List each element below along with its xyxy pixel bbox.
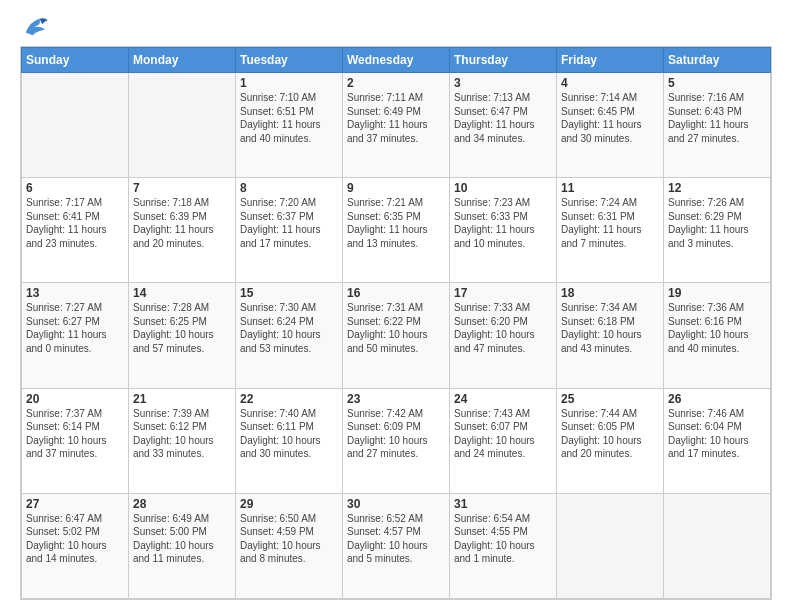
day-number: 26 — [668, 392, 766, 406]
day-info: Sunrise: 7:43 AMSunset: 6:07 PMDaylight:… — [454, 407, 552, 461]
day-info: Sunrise: 7:33 AMSunset: 6:20 PMDaylight:… — [454, 301, 552, 355]
day-number: 13 — [26, 286, 124, 300]
day-info: Sunrise: 7:21 AMSunset: 6:35 PMDaylight:… — [347, 196, 445, 250]
day-of-week-header: Friday — [557, 48, 664, 73]
calendar-week-row: 13Sunrise: 7:27 AMSunset: 6:27 PMDayligh… — [22, 283, 771, 388]
day-info: Sunrise: 7:24 AMSunset: 6:31 PMDaylight:… — [561, 196, 659, 250]
day-info: Sunrise: 7:37 AMSunset: 6:14 PMDaylight:… — [26, 407, 124, 461]
calendar-day-cell: 31Sunrise: 6:54 AMSunset: 4:55 PMDayligh… — [450, 493, 557, 598]
day-info: Sunrise: 7:10 AMSunset: 6:51 PMDaylight:… — [240, 91, 338, 145]
day-of-week-header: Sunday — [22, 48, 129, 73]
day-number: 22 — [240, 392, 338, 406]
day-number: 6 — [26, 181, 124, 195]
day-number: 31 — [454, 497, 552, 511]
day-number: 19 — [668, 286, 766, 300]
day-info: Sunrise: 7:11 AMSunset: 6:49 PMDaylight:… — [347, 91, 445, 145]
calendar-day-cell: 26Sunrise: 7:46 AMSunset: 6:04 PMDayligh… — [664, 388, 771, 493]
day-number: 30 — [347, 497, 445, 511]
day-number: 15 — [240, 286, 338, 300]
day-of-week-header: Wednesday — [343, 48, 450, 73]
day-info: Sunrise: 7:17 AMSunset: 6:41 PMDaylight:… — [26, 196, 124, 250]
day-of-week-header: Tuesday — [236, 48, 343, 73]
day-info: Sunrise: 7:34 AMSunset: 6:18 PMDaylight:… — [561, 301, 659, 355]
calendar-day-cell: 7Sunrise: 7:18 AMSunset: 6:39 PMDaylight… — [129, 178, 236, 283]
calendar-day-cell: 17Sunrise: 7:33 AMSunset: 6:20 PMDayligh… — [450, 283, 557, 388]
calendar-day-cell — [22, 73, 129, 178]
day-number: 4 — [561, 76, 659, 90]
day-number: 27 — [26, 497, 124, 511]
calendar-day-cell: 25Sunrise: 7:44 AMSunset: 6:05 PMDayligh… — [557, 388, 664, 493]
day-number: 21 — [133, 392, 231, 406]
day-info: Sunrise: 7:18 AMSunset: 6:39 PMDaylight:… — [133, 196, 231, 250]
logo — [20, 16, 52, 38]
calendar-week-row: 6Sunrise: 7:17 AMSunset: 6:41 PMDaylight… — [22, 178, 771, 283]
day-info: Sunrise: 7:28 AMSunset: 6:25 PMDaylight:… — [133, 301, 231, 355]
day-number: 8 — [240, 181, 338, 195]
calendar-day-cell: 21Sunrise: 7:39 AMSunset: 6:12 PMDayligh… — [129, 388, 236, 493]
calendar-day-cell: 27Sunrise: 6:47 AMSunset: 5:02 PMDayligh… — [22, 493, 129, 598]
day-info: Sunrise: 7:14 AMSunset: 6:45 PMDaylight:… — [561, 91, 659, 145]
day-info: Sunrise: 6:49 AMSunset: 5:00 PMDaylight:… — [133, 512, 231, 566]
calendar-day-cell — [664, 493, 771, 598]
calendar-day-cell — [557, 493, 664, 598]
day-number: 18 — [561, 286, 659, 300]
day-number: 14 — [133, 286, 231, 300]
calendar-day-cell: 4Sunrise: 7:14 AMSunset: 6:45 PMDaylight… — [557, 73, 664, 178]
calendar-day-cell — [129, 73, 236, 178]
calendar-day-cell: 20Sunrise: 7:37 AMSunset: 6:14 PMDayligh… — [22, 388, 129, 493]
calendar-day-cell: 5Sunrise: 7:16 AMSunset: 6:43 PMDaylight… — [664, 73, 771, 178]
calendar-day-cell: 16Sunrise: 7:31 AMSunset: 6:22 PMDayligh… — [343, 283, 450, 388]
day-number: 9 — [347, 181, 445, 195]
day-info: Sunrise: 7:31 AMSunset: 6:22 PMDaylight:… — [347, 301, 445, 355]
day-number: 20 — [26, 392, 124, 406]
day-number: 12 — [668, 181, 766, 195]
day-info: Sunrise: 7:16 AMSunset: 6:43 PMDaylight:… — [668, 91, 766, 145]
day-number: 24 — [454, 392, 552, 406]
logo-bird-icon — [20, 16, 48, 38]
calendar-day-cell: 14Sunrise: 7:28 AMSunset: 6:25 PMDayligh… — [129, 283, 236, 388]
day-info: Sunrise: 7:26 AMSunset: 6:29 PMDaylight:… — [668, 196, 766, 250]
day-info: Sunrise: 7:40 AMSunset: 6:11 PMDaylight:… — [240, 407, 338, 461]
calendar-day-cell: 24Sunrise: 7:43 AMSunset: 6:07 PMDayligh… — [450, 388, 557, 493]
calendar-day-cell: 3Sunrise: 7:13 AMSunset: 6:47 PMDaylight… — [450, 73, 557, 178]
calendar-day-cell: 2Sunrise: 7:11 AMSunset: 6:49 PMDaylight… — [343, 73, 450, 178]
day-info: Sunrise: 7:23 AMSunset: 6:33 PMDaylight:… — [454, 196, 552, 250]
day-number: 29 — [240, 497, 338, 511]
calendar-week-row: 1Sunrise: 7:10 AMSunset: 6:51 PMDaylight… — [22, 73, 771, 178]
calendar-day-cell: 22Sunrise: 7:40 AMSunset: 6:11 PMDayligh… — [236, 388, 343, 493]
day-info: Sunrise: 7:42 AMSunset: 6:09 PMDaylight:… — [347, 407, 445, 461]
day-of-week-header: Saturday — [664, 48, 771, 73]
day-info: Sunrise: 6:52 AMSunset: 4:57 PMDaylight:… — [347, 512, 445, 566]
day-number: 7 — [133, 181, 231, 195]
day-info: Sunrise: 7:44 AMSunset: 6:05 PMDaylight:… — [561, 407, 659, 461]
day-info: Sunrise: 7:20 AMSunset: 6:37 PMDaylight:… — [240, 196, 338, 250]
calendar-day-cell: 6Sunrise: 7:17 AMSunset: 6:41 PMDaylight… — [22, 178, 129, 283]
day-info: Sunrise: 7:30 AMSunset: 6:24 PMDaylight:… — [240, 301, 338, 355]
day-number: 3 — [454, 76, 552, 90]
day-number: 2 — [347, 76, 445, 90]
calendar-day-cell: 11Sunrise: 7:24 AMSunset: 6:31 PMDayligh… — [557, 178, 664, 283]
day-number: 5 — [668, 76, 766, 90]
day-number: 16 — [347, 286, 445, 300]
calendar-day-cell: 29Sunrise: 6:50 AMSunset: 4:59 PMDayligh… — [236, 493, 343, 598]
day-number: 23 — [347, 392, 445, 406]
calendar-day-cell: 18Sunrise: 7:34 AMSunset: 6:18 PMDayligh… — [557, 283, 664, 388]
calendar-day-cell: 12Sunrise: 7:26 AMSunset: 6:29 PMDayligh… — [664, 178, 771, 283]
day-info: Sunrise: 6:47 AMSunset: 5:02 PMDaylight:… — [26, 512, 124, 566]
day-number: 1 — [240, 76, 338, 90]
calendar-day-cell: 19Sunrise: 7:36 AMSunset: 6:16 PMDayligh… — [664, 283, 771, 388]
calendar-day-cell: 15Sunrise: 7:30 AMSunset: 6:24 PMDayligh… — [236, 283, 343, 388]
day-info: Sunrise: 6:54 AMSunset: 4:55 PMDaylight:… — [454, 512, 552, 566]
day-info: Sunrise: 6:50 AMSunset: 4:59 PMDaylight:… — [240, 512, 338, 566]
calendar-header-row: SundayMondayTuesdayWednesdayThursdayFrid… — [22, 48, 771, 73]
calendar-week-row: 27Sunrise: 6:47 AMSunset: 5:02 PMDayligh… — [22, 493, 771, 598]
day-info: Sunrise: 7:27 AMSunset: 6:27 PMDaylight:… — [26, 301, 124, 355]
calendar-day-cell: 13Sunrise: 7:27 AMSunset: 6:27 PMDayligh… — [22, 283, 129, 388]
day-number: 17 — [454, 286, 552, 300]
day-info: Sunrise: 7:46 AMSunset: 6:04 PMDaylight:… — [668, 407, 766, 461]
header — [20, 16, 772, 38]
calendar-day-cell: 23Sunrise: 7:42 AMSunset: 6:09 PMDayligh… — [343, 388, 450, 493]
day-of-week-header: Thursday — [450, 48, 557, 73]
calendar-day-cell: 30Sunrise: 6:52 AMSunset: 4:57 PMDayligh… — [343, 493, 450, 598]
calendar-day-cell: 1Sunrise: 7:10 AMSunset: 6:51 PMDaylight… — [236, 73, 343, 178]
